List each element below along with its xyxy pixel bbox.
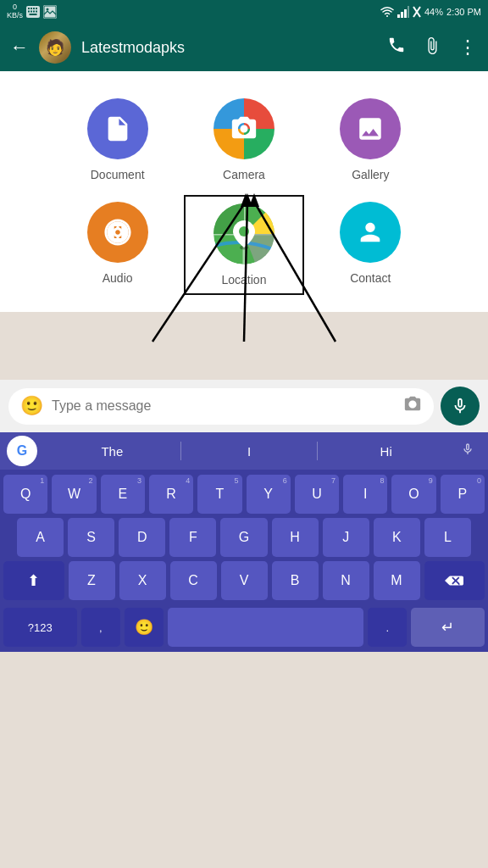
key-b[interactable]: B [272,561,319,600]
suggestion-i[interactable]: I [181,444,318,459]
svg-rect-7 [33,11,35,13]
key-row-3: ⬆ Z X C V B N M [3,561,485,600]
attachment-camera[interactable]: Camera [184,92,303,188]
key-g[interactable]: G [220,518,267,557]
svg-rect-13 [397,14,400,18]
key-emoji[interactable]: 🙂 [125,608,164,647]
key-shift[interactable]: ⬆ [3,561,64,600]
message-input[interactable] [52,398,395,414]
key-o[interactable]: 9O [391,475,435,514]
contact-icon-circle [340,202,401,263]
key-e[interactable]: 3E [101,475,145,514]
phone-icon[interactable] [387,36,406,59]
chat-name: Latestmodapks [81,39,377,57]
location-label: Location [222,273,267,287]
svg-rect-3 [33,8,35,9]
key-row-bottom: ?123 , 🙂 . ↵ [0,608,488,652]
key-h[interactable]: H [272,518,319,557]
key-row-2: A S D F G H J K L [3,518,485,557]
key-q[interactable]: 1Q [3,475,47,514]
key-k[interactable]: K [374,518,420,557]
mic-button[interactable] [441,387,480,426]
battery-text: 44% [424,7,443,17]
camera-icon-circle [214,98,274,159]
emoji-button[interactable]: 🙂 [20,395,43,417]
keyboard-rows: 1Q 2W 3E 4R 5T 6Y 7U 8I 9O 0P A S D F G … [0,470,488,608]
document-label: Document [91,168,145,181]
more-icon[interactable]: ⋮ [458,36,478,58]
camera-label: Camera [223,168,265,181]
key-l[interactable]: L [424,518,471,557]
key-a[interactable]: A [17,518,64,557]
key-comma[interactable]: , [81,608,120,647]
key-symbols[interactable]: ?123 [3,608,77,647]
key-s[interactable]: S [68,518,114,557]
status-right: 44% 2:30 PM [380,6,481,18]
key-c[interactable]: C [170,561,217,600]
suggestion-the[interactable]: The [44,444,180,459]
key-m[interactable]: M [374,561,420,600]
svg-rect-6 [30,11,32,13]
key-w[interactable]: 2W [52,475,96,514]
svg-rect-15 [404,9,407,18]
key-v[interactable]: V [221,561,268,600]
contact-label: Contact [350,271,391,285]
status-left: 0KB/s [7,3,57,20]
key-u[interactable]: 7U [295,475,339,514]
wifi-icon [380,6,394,18]
key-y[interactable]: 6Y [247,475,291,514]
key-f[interactable]: F [169,518,216,557]
key-enter[interactable]: ↵ [411,608,485,647]
key-period[interactable]: . [368,608,407,647]
time-text: 2:30 PM [446,7,481,17]
key-n[interactable]: N [323,561,369,600]
key-p[interactable]: 0P [441,475,485,514]
key-r[interactable]: 4R [149,475,193,514]
key-i[interactable]: 8I [343,475,387,514]
suggestion-hi[interactable]: Hi [318,444,454,459]
svg-rect-1 [28,8,30,9]
message-bar: 🙂 [0,380,488,432]
svg-rect-5 [28,11,30,13]
image-icon [43,5,57,19]
key-j[interactable]: J [323,518,369,557]
no-service-icon [413,6,421,18]
attach-icon[interactable] [423,36,441,58]
attachment-location[interactable]: Location [184,195,303,295]
svg-rect-10 [43,5,57,19]
svg-rect-8 [36,11,37,13]
svg-rect-2 [30,8,32,9]
gallery-label: Gallery [352,168,389,181]
attachment-panel: Document Camera Gallery [0,71,488,312]
keyboard-icon [26,6,40,18]
camera-small-icon[interactable] [403,395,422,418]
attachment-gallery[interactable]: Gallery [311,92,430,188]
audio-label: Audio [103,271,133,285]
keyboard-mic-icon[interactable] [454,440,481,463]
attachment-audio[interactable]: Audio [58,195,177,295]
attachment-contact[interactable]: Contact [311,195,430,295]
svg-rect-16 [408,6,409,18]
svg-rect-14 [401,12,403,18]
audio-icon-circle [87,202,148,263]
chat-area [0,312,488,380]
svg-point-23 [239,226,249,236]
key-d[interactable]: D [119,518,165,557]
key-z[interactable]: Z [69,561,115,600]
signal-icon [397,6,409,18]
chat-header: ← 🧑 Latestmodapks ⋮ [0,24,488,71]
avatar: 🧑 [39,31,71,64]
key-t[interactable]: 5T [197,475,241,514]
key-backspace[interactable] [424,561,485,600]
attachment-grid: Document Camera Gallery [58,92,430,295]
keyboard: G The I Hi 1Q 2W 3E 4R 5T 6Y 7U 8I 9O 0P [0,432,488,652]
key-row-1: 1Q 2W 3E 4R 5T 6Y 7U 8I 9O 0P [3,475,485,514]
google-logo: G [7,436,37,466]
data-speed: 0KB/s [7,3,23,20]
keyboard-suggestions: G The I Hi [0,432,488,470]
key-x[interactable]: X [119,561,166,600]
key-space[interactable] [168,608,363,647]
document-icon-circle [87,98,148,159]
attachment-document[interactable]: Document [58,92,177,188]
back-button[interactable]: ← [10,36,29,58]
